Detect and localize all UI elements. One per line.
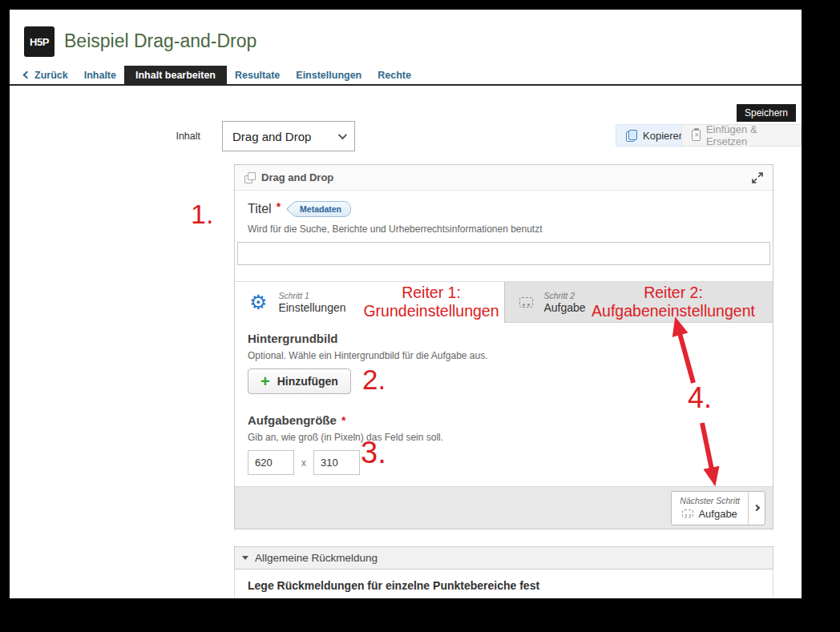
fullscreen-toggle-button[interactable] <box>752 172 763 183</box>
tab-aufgabe[interactable]: Schritt 2 Aufgabe Reiter 2: Aufgabeneins… <box>504 282 773 323</box>
nav-back-label: Zurück <box>34 70 68 81</box>
copy-label: Kopieren <box>643 130 685 142</box>
drag-drop-content-icon <box>244 172 255 183</box>
annotation-tab1-note: Reiter 1: Grundeinstellungen <box>355 284 507 320</box>
nav-item-resultate[interactable]: Resultate <box>227 66 288 84</box>
task-size-label: Aufgabengröße * <box>248 413 760 427</box>
general-feedback-body: Lege Rückmeldungen für einzelne Punktebe… <box>234 570 773 598</box>
step2-label: Aufgabe <box>544 301 586 314</box>
expand-icon <box>752 172 763 183</box>
background-image-description: Optional. Wähle ein Hintergrundbild für … <box>248 350 760 361</box>
add-background-image-button[interactable]: + Hinzufügen <box>248 368 351 394</box>
content-label: Inhalt <box>114 131 200 142</box>
title-field-label: Titel <box>248 202 272 216</box>
task-size-description: Gib an, wie groß (in Pixeln) das Feld se… <box>248 432 760 443</box>
background-image-label: Hintergrundbild <box>248 332 760 345</box>
collapse-caret-icon <box>242 556 248 560</box>
h5p-logo: H5P <box>24 26 55 57</box>
title-field-description: Wird für die Suche, Berichte und Urheber… <box>248 223 760 235</box>
app-page: H5P Beispiel Drag-and-Drop Zurück Inhalt… <box>10 10 802 598</box>
plus-icon: + <box>260 373 270 389</box>
size-separator: x <box>301 457 306 469</box>
drag-drop-task-icon <box>519 297 533 308</box>
annotation-tab2-line1: Reiter 2: <box>644 284 703 301</box>
task-size-section: Aufgabengröße * Gib an, wie groß (in Pix… <box>248 413 760 475</box>
next-step-button[interactable]: Nächster Schritt Aufgabe <box>671 491 765 525</box>
step2-caption: Schritt 2 <box>544 291 586 300</box>
metadata-button[interactable]: Metadaten <box>290 201 351 217</box>
chevron-left-icon <box>23 71 31 79</box>
editor-panel: Drag and Drop Titel * Metadaten Wird für… <box>234 164 773 529</box>
nav-item-einstellungen[interactable]: Einstellungen <box>288 66 370 84</box>
copy-icon <box>626 130 637 142</box>
paste-replace-button[interactable]: Einfügen & Ersetzen <box>681 124 802 147</box>
content-type-value: Drag and Drop <box>232 130 311 143</box>
paste-icon <box>692 130 701 141</box>
annotation-tab2-note: Reiter 2: Aufgabeneinstellungent <box>575 284 771 320</box>
step1-caption: Schritt 1 <box>278 291 345 300</box>
content-type-select[interactable]: Drag and Drop <box>222 121 355 151</box>
chevron-right-icon <box>753 505 760 511</box>
settings-tab-content: Hintergrundbild Optional. Wähle ein Hint… <box>235 324 773 486</box>
editor-panel-title: Drag and Drop <box>261 171 333 183</box>
editor-panel-header: Drag and Drop <box>235 165 773 191</box>
task-width-input[interactable] <box>248 450 294 475</box>
step-tabs: ⚙ Schritt 1 Einstellungen Reiter 1: Grun… <box>235 281 773 323</box>
general-feedback-title: Allgemeine Rückmeldung <box>255 552 378 564</box>
annotation-number-1: 1. <box>191 199 213 230</box>
nav-item-inhalte[interactable]: Inhalte <box>76 66 124 84</box>
tab-einstellungen[interactable]: ⚙ Schritt 1 Einstellungen Reiter 1: Grun… <box>235 282 504 323</box>
general-feedback-header[interactable]: Allgemeine Rückmeldung <box>234 546 773 570</box>
drag-drop-task-icon <box>682 509 693 517</box>
save-button[interactable]: Speichern <box>737 104 796 122</box>
chevron-down-icon <box>338 131 347 139</box>
required-mark: * <box>341 414 345 427</box>
wizard-footer: Nächster Schritt Aufgabe <box>235 486 773 529</box>
nav-back-link[interactable]: Zurück <box>16 66 76 84</box>
gear-icon: ⚙ <box>249 292 267 312</box>
task-height-input[interactable] <box>313 450 360 475</box>
title-input[interactable] <box>237 242 770 265</box>
annotation-tab1-line1: Reiter 1: <box>402 284 461 301</box>
task-size-label-text: Aufgabengröße <box>248 413 337 427</box>
main-nav: Zurück Inhalte Inhalt bearbeiten Resulta… <box>10 66 802 86</box>
paste-label: Einfügen & Ersetzen <box>706 123 791 147</box>
annotation-tab2-line2: Aufgabeneinstellungent <box>592 302 755 320</box>
add-button-label: Hinzufügen <box>277 375 338 388</box>
required-mark: * <box>277 200 281 213</box>
next-step-caption: Nächster Schritt <box>680 496 740 505</box>
nav-item-inhalt-bearbeiten[interactable]: Inhalt bearbeiten <box>124 66 227 84</box>
next-step-label: Aufgabe <box>698 508 737 520</box>
nav-item-rechte[interactable]: Rechte <box>370 66 419 84</box>
title-field-section: Titel * Metadaten Wird für die Suche, Be… <box>235 191 773 281</box>
next-step-chevron[interactable] <box>748 492 765 525</box>
general-feedback-text: Lege Rückmeldungen für einzelne Punktebe… <box>248 579 760 592</box>
step1-label: Einstellungen <box>278 301 345 314</box>
page-title: Beispiel Drag-and-Drop <box>64 30 256 52</box>
annotation-tab1-line2: Grundeinstellungen <box>363 302 499 320</box>
